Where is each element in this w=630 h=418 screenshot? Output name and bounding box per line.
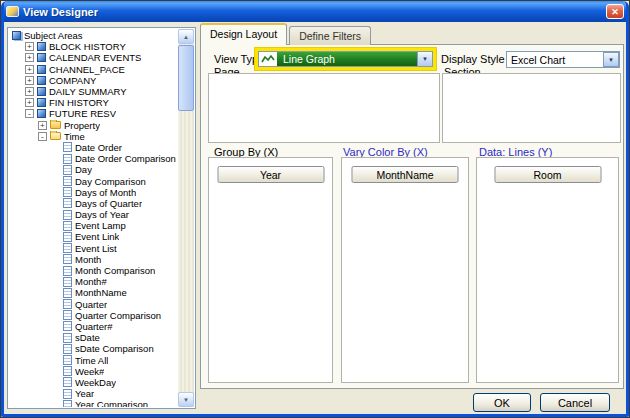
tree-item-label[interactable]: Day Comparison [75,176,146,187]
tree-item-label[interactable]: FIN HISTORY [49,97,109,108]
tree-item[interactable]: Days of Year [9,209,178,220]
tree-item[interactable]: Year [9,388,178,399]
view-type-dropdown-button[interactable]: ▼ [417,51,433,67]
data-lines-dropzone[interactable]: Room [476,157,619,383]
tree-item[interactable]: -FUTURE RESV [9,108,178,119]
tree-scrollbar[interactable]: ▲ ▼ [178,29,194,407]
expand-plus-icon[interactable]: + [25,98,34,107]
tab-define-filters[interactable]: Define Filters [289,26,371,45]
display-style-value: Excel Chart [507,52,603,67]
tree-item-label[interactable]: COMPANY [49,75,96,86]
tree-item-label[interactable]: Event List [75,243,117,254]
expand-plus-icon[interactable]: + [38,121,47,130]
tree-item[interactable]: Date Order Comparison [9,153,178,164]
tree-item-label[interactable]: FUTURE RESV [49,108,116,119]
tree-item-label[interactable]: sDate [75,332,100,343]
collapse-minus-icon[interactable]: - [38,132,47,141]
tree-item[interactable]: +Property [9,120,178,131]
tree-item[interactable]: +BLOCK HISTORY [9,41,178,52]
tree-item[interactable]: Event Lamp [9,220,178,231]
tree-item[interactable]: Week# [9,366,178,377]
tree-item[interactable]: Day Comparison [9,175,178,186]
expand-plus-icon[interactable]: + [25,65,34,74]
tree-item[interactable]: +COMPANY [9,75,178,86]
tree-item[interactable]: Event Link [9,231,178,242]
tree-item-label[interactable]: Quarter Comparison [75,310,161,321]
tree-item-label[interactable]: Month [75,254,101,265]
tree-item-label[interactable]: Quarter# [75,321,113,332]
collapse-minus-icon[interactable]: - [25,109,34,118]
expand-plus-icon[interactable]: + [25,87,34,96]
section-dropzone[interactable] [442,73,621,143]
tree-item-label[interactable]: Date Order [75,142,122,153]
tree-item[interactable]: Day [9,164,178,175]
tree-item[interactable]: +CHANNEL_PACE [9,64,178,75]
tree-item-label[interactable]: Month Comparison [75,265,155,276]
tree-item[interactable]: Quarter# [9,321,178,332]
expand-plus-icon[interactable]: + [25,53,34,62]
tree-item-label[interactable]: Month# [75,276,107,287]
tree-item-label[interactable]: Date Order Comparison [75,153,176,164]
page-dropzone[interactable] [208,73,440,143]
expand-plus-icon[interactable]: + [25,76,34,85]
tree-item[interactable]: Quarter [9,299,178,310]
titlebar[interactable]: View Designer ✕ [1,1,629,22]
group-by-field-button[interactable]: Year [217,166,324,183]
tree-item-label[interactable]: Event Link [75,231,119,242]
tree-item-label[interactable]: CALENDAR EVENTS [49,52,141,63]
tree-item-label[interactable]: Week# [75,366,104,377]
tab-design-layout[interactable]: Design Layout [200,23,287,45]
tree-item[interactable]: Month Comparison [9,265,178,276]
tree-item[interactable]: Time All [9,354,178,365]
scroll-up-button[interactable]: ▲ [178,29,194,44]
vary-color-field-button[interactable]: MonthName [352,166,459,183]
close-button[interactable]: ✕ [606,4,624,19]
tree-item[interactable]: +CALENDAR EVENTS [9,52,178,63]
tree-item[interactable]: sDate [9,332,178,343]
tree-item-label[interactable]: Days of Quarter [75,198,142,209]
tree-item[interactable]: +FIN HISTORY [9,97,178,108]
tree-item-label[interactable]: Days of Year [75,209,129,220]
scrollbar-thumb[interactable] [178,45,194,111]
tree-item[interactable]: Days of Quarter [9,198,178,209]
tree-item-label[interactable]: Days of Month [75,187,136,198]
group-by-dropzone[interactable]: Year [208,157,333,383]
view-type-dropdown[interactable]: Line Graph ▼ [258,51,433,67]
cancel-button[interactable]: Cancel [540,393,610,412]
display-style-dropdown-button[interactable]: ▼ [603,52,619,67]
tree-item-label[interactable]: Time [64,131,85,142]
tree-item-label[interactable]: BLOCK HISTORY [49,41,126,52]
tree-item[interactable]: sDate Comparison [9,343,178,354]
tree-item[interactable]: -Time [9,131,178,142]
tree-item-label[interactable]: Year [75,388,94,399]
tree-item-label[interactable]: Event Lamp [75,220,126,231]
vary-color-by-dropzone[interactable]: MonthName [341,157,469,383]
tree-item[interactable]: Year Comparison [9,399,178,407]
tree-item[interactable]: WeekDay [9,377,178,388]
tree-item[interactable]: MonthName [9,287,178,298]
tree-item[interactable]: Month# [9,276,178,287]
tree-item[interactable]: Date Order [9,142,178,153]
tree-item-label[interactable]: WeekDay [75,377,116,388]
tree-item-label[interactable]: Time All [75,355,108,366]
tree-item-label[interactable]: sDate Comparison [75,343,154,354]
tree-item-label[interactable]: MonthName [75,287,127,298]
expand-plus-icon[interactable]: + [25,42,34,51]
tree-item-label[interactable]: CHANNEL_PACE [49,64,125,75]
tree-item-label[interactable]: Day [75,164,92,175]
scroll-down-button[interactable]: ▼ [178,392,194,407]
tree-item[interactable]: Month [9,254,178,265]
tree-item[interactable]: +DAILY SUMMARY [9,86,178,97]
tree-item[interactable]: Event List [9,243,178,254]
tree-item-label[interactable]: Subject Areas [24,30,83,41]
ok-button[interactable]: OK [473,393,531,412]
tree-item-label[interactable]: DAILY SUMMARY [49,86,127,97]
tree-item-label[interactable]: Property [64,120,100,131]
data-lines-field-button[interactable]: Room [494,166,601,183]
tree-item-label[interactable]: Year Comparison [75,399,148,407]
tree-item[interactable]: Quarter Comparison [9,310,178,321]
tree-item[interactable]: Days of Month [9,187,178,198]
display-style-dropdown[interactable]: Excel Chart ▼ [506,51,620,68]
tree-item-label[interactable]: Quarter [75,299,107,310]
tree-item[interactable]: Subject Areas [9,30,178,41]
